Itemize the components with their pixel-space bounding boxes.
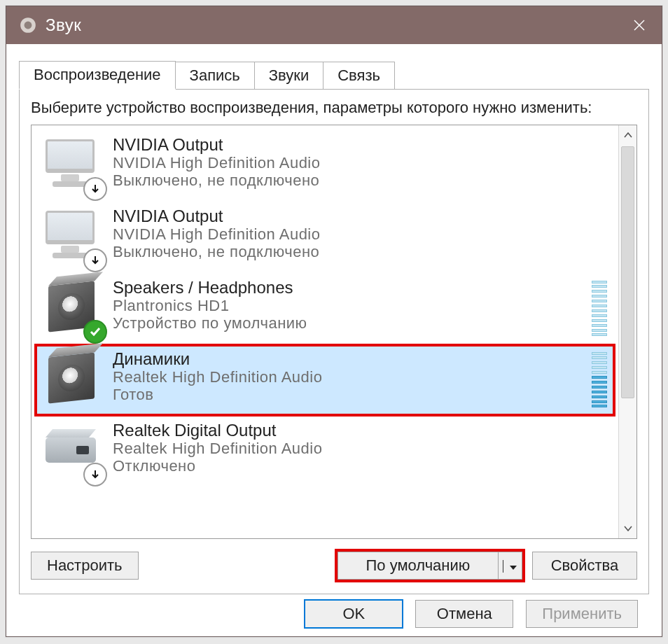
tab-communications[interactable]: Связь (323, 62, 395, 89)
tab-sounds[interactable]: Звуки (254, 62, 323, 89)
device-name: Realtek Digital Output (113, 421, 608, 440)
properties-button[interactable]: Свойства (532, 552, 637, 580)
tab-strip: Воспроизведение Запись Звуки Связь (19, 61, 649, 89)
arrow-down-icon (83, 177, 107, 201)
device-desc: Realtek High Definition Audio (113, 440, 608, 458)
device-name: NVIDIA Output (113, 206, 608, 226)
device-status: Выключено, не подключено (113, 172, 608, 190)
device-list-container: NVIDIA OutputNVIDIA High Definition Audi… (31, 125, 637, 540)
set-default-split-button: По умолчанию (335, 549, 525, 582)
client-area: Воспроизведение Запись Звуки Связь Выбер… (6, 44, 662, 636)
speaker-icon (19, 16, 37, 34)
scroll-up-icon[interactable] (619, 125, 636, 145)
device-list[interactable]: NVIDIA OutputNVIDIA High Definition Audi… (32, 125, 618, 539)
device-icon (41, 135, 103, 197)
device-status: Устройство по умолчанию (113, 314, 608, 332)
svg-marker-4 (510, 566, 517, 570)
device-name: NVIDIA Output (113, 135, 608, 155)
device-icon (41, 206, 103, 268)
device-desc: Realtek High Definition Audio (113, 368, 608, 386)
sound-dialog: Звук Воспроизведение Запись Звуки Связь … (6, 6, 662, 637)
dialog-footer: OK Отмена Применить (19, 594, 649, 628)
device-text: ДинамикиRealtek High Definition AudioГот… (113, 349, 608, 411)
device-item[interactable]: Realtek Digital OutputRealtek High Defin… (36, 416, 614, 486)
device-name: Speakers / Headphones (113, 278, 608, 298)
scrollbar[interactable] (618, 125, 636, 539)
window-title: Звук (46, 15, 81, 35)
svg-point-1 (25, 22, 32, 29)
arrow-down-icon (83, 463, 107, 486)
arrow-down-icon (83, 248, 107, 272)
tab-recording[interactable]: Запись (175, 62, 255, 89)
cancel-button[interactable]: Отмена (415, 600, 513, 628)
set-default-dropdown[interactable] (499, 552, 522, 580)
scroll-down-icon[interactable] (619, 519, 636, 538)
device-name: Динамики (113, 349, 608, 369)
device-desc: NVIDIA High Definition Audio (113, 154, 608, 172)
check-icon (83, 320, 107, 344)
device-icon (41, 278, 103, 340)
device-text: Speakers / HeadphonesPlantronics HD1Устр… (113, 278, 608, 340)
device-status: Выключено, не подключено (113, 243, 608, 261)
device-icon (41, 421, 103, 482)
titlebar[interactable]: Звук (6, 6, 662, 44)
tab-panel-playback: Выберите устройство воспроизведения, пар… (19, 89, 649, 594)
device-item[interactable]: Speakers / HeadphonesPlantronics HD1Устр… (36, 274, 614, 344)
instruction-text: Выберите устройство воспроизведения, пар… (31, 98, 637, 118)
device-item[interactable]: NVIDIA OutputNVIDIA High Definition Audi… (36, 202, 614, 272)
chevron-down-icon (509, 565, 517, 570)
close-button[interactable] (617, 6, 662, 44)
device-desc: NVIDIA High Definition Audio (113, 225, 608, 244)
set-default-button[interactable]: По умолчанию (338, 552, 499, 580)
device-status: Отключено (113, 457, 608, 475)
level-meter (592, 352, 607, 408)
level-meter (592, 281, 607, 337)
device-status: Готов (113, 386, 608, 404)
device-item[interactable]: NVIDIA OutputNVIDIA High Definition Audi… (36, 131, 614, 201)
device-text: Realtek Digital OutputRealtek High Defin… (113, 421, 608, 482)
device-text: NVIDIA OutputNVIDIA High Definition Audi… (113, 135, 608, 197)
apply-button[interactable]: Применить (526, 600, 638, 628)
configure-button[interactable]: Настроить (31, 552, 139, 580)
device-item[interactable]: ДинамикиRealtek High Definition AudioГот… (36, 345, 614, 415)
scroll-thumb[interactable] (621, 146, 634, 398)
panel-buttons: Настроить По умолчанию Свойства (31, 549, 637, 582)
device-icon (41, 349, 103, 411)
device-desc: Plantronics HD1 (113, 297, 608, 315)
ok-button[interactable]: OK (305, 600, 403, 628)
tab-playback[interactable]: Воспроизведение (19, 61, 176, 90)
device-text: NVIDIA OutputNVIDIA High Definition Audi… (113, 206, 608, 268)
